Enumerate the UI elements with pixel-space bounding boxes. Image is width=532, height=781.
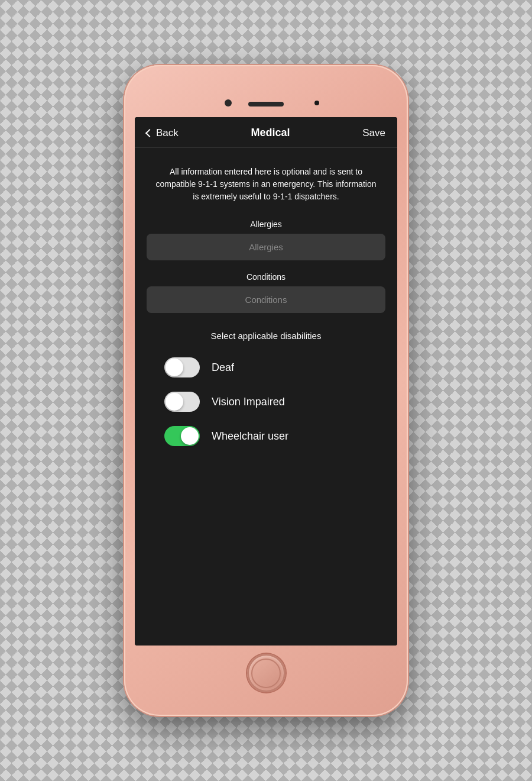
home-button-inner [251, 659, 281, 688]
content-area: All information entered here is optional… [135, 148, 397, 646]
camera-icon [225, 99, 232, 106]
allergies-input[interactable] [147, 234, 385, 260]
wheelchair-toggle-row: Wheelchair user [147, 426, 385, 446]
nav-bar: Back Medical Save [135, 117, 397, 148]
chevron-left-icon [145, 129, 154, 137]
phone-shell: Back Medical Save All information entere… [124, 65, 408, 716]
disabilities-section-label: Select applicable disabilities [147, 331, 385, 341]
phone-bottom [247, 654, 286, 692]
home-button[interactable] [247, 654, 286, 692]
deaf-label: Deaf [212, 362, 234, 374]
phone-top [135, 95, 397, 112]
info-text: All information entered here is optional… [147, 166, 385, 203]
vision-impaired-toggle-row: Vision Impaired [147, 392, 385, 412]
deaf-toggle-row: Deaf [147, 357, 385, 377]
deaf-toggle[interactable] [164, 357, 200, 377]
back-label: Back [156, 127, 179, 139]
screen: Back Medical Save All information entere… [135, 117, 397, 646]
save-button[interactable]: Save [362, 127, 385, 139]
wheelchair-label: Wheelchair user [212, 430, 288, 443]
wheelchair-toggle[interactable] [164, 426, 200, 446]
back-button[interactable]: Back [147, 127, 179, 139]
vision-impaired-toggle[interactable] [164, 392, 200, 412]
wheelchair-toggle-thumb [181, 427, 199, 445]
deaf-toggle-thumb [166, 359, 183, 376]
conditions-input[interactable] [147, 286, 385, 313]
speaker [248, 102, 284, 106]
vision-impaired-toggle-thumb [166, 393, 183, 411]
vision-impaired-label: Vision Impaired [212, 396, 285, 408]
conditions-label: Conditions [147, 272, 385, 282]
allergies-label: Allergies [147, 220, 385, 229]
front-camera-dot [314, 101, 319, 105]
page-title: Medical [251, 127, 290, 139]
